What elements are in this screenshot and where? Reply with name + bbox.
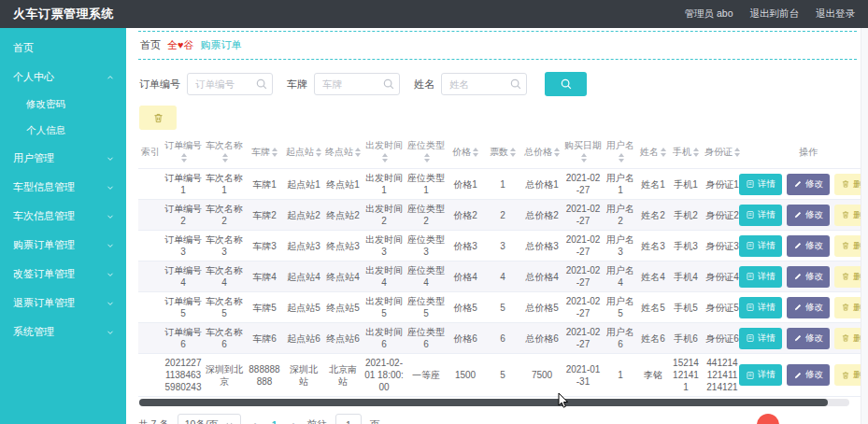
pencil-icon <box>793 179 803 189</box>
column-header-label: 用户名 <box>606 140 634 150</box>
sidebar-item-4[interactable]: 车型信息管理 <box>0 173 126 202</box>
edit-button[interactable]: 修改 <box>787 364 830 386</box>
exit-to-front-link[interactable]: 退出到前台 <box>750 7 800 21</box>
sort-carets-icon[interactable] <box>355 148 361 157</box>
sort-carets-icon[interactable] <box>734 148 740 157</box>
breadcrumb-home[interactable]: 首页 <box>140 38 161 52</box>
detail-button[interactable]: 详情 <box>739 297 782 318</box>
table-cell: 手机4 <box>669 261 703 292</box>
column-header[interactable]: 起点站 <box>284 134 323 169</box>
edit-button[interactable]: 修改 <box>787 297 830 318</box>
page-number-button[interactable]: 1 <box>268 419 281 424</box>
prev-page-button[interactable]: ‹ <box>249 417 259 424</box>
logout-link[interactable]: 退出登录 <box>816 7 855 21</box>
column-header[interactable]: 车牌 <box>245 134 284 169</box>
vertical-scrollbar-track[interactable] <box>861 28 868 424</box>
column-header[interactable]: 姓名 <box>637 134 669 169</box>
column-header[interactable]: 座位类型 <box>406 134 447 169</box>
table-cell: 姓名3 <box>637 231 669 261</box>
next-page-button[interactable]: › <box>289 417 298 424</box>
column-header-label: 手机 <box>673 147 691 157</box>
search-filter-bar: 订单编号车牌姓名 <box>139 72 857 96</box>
sort-carets-icon[interactable] <box>554 148 560 157</box>
column-header[interactable]: 购买日期 <box>562 134 604 169</box>
table-cell: 姓名1 <box>637 169 669 200</box>
filter-label: 姓名 <box>414 78 434 92</box>
table-cell: 身份证6 <box>703 323 742 354</box>
sort-carets-icon[interactable] <box>581 153 587 163</box>
edit-button[interactable]: 修改 <box>787 205 830 226</box>
table-cell: 起点站2 <box>284 200 323 231</box>
sort-carets-icon[interactable] <box>222 153 228 163</box>
column-header[interactable]: 价格 <box>447 134 484 169</box>
detail-button[interactable]: 详情 <box>739 235 782 257</box>
sort-carets-icon[interactable] <box>510 148 516 157</box>
table-cell: 终点站3 <box>323 231 363 261</box>
table-cell: 2 <box>484 200 521 231</box>
sidebar-subitem[interactable]: 个人信息 <box>0 118 126 144</box>
horizontal-scrollbar-track[interactable] <box>139 399 849 406</box>
column-header[interactable]: 用户名 <box>604 134 637 169</box>
sidebar-item-3[interactable]: 用户管理 <box>0 144 126 173</box>
pencil-icon <box>793 272 803 281</box>
sort-carets-icon[interactable] <box>272 148 277 157</box>
column-header[interactable]: 订单编号 <box>163 134 204 169</box>
sidebar-item-9[interactable]: 系统管理 <box>0 318 126 346</box>
column-header[interactable]: 身份证 <box>703 134 742 169</box>
table-cell: 手机5 <box>669 292 703 323</box>
column-header[interactable]: 票数 <box>484 134 521 169</box>
sidebar-subitem[interactable]: 修改密码 <box>0 92 126 118</box>
row-actions: 详情修改删除 <box>744 205 868 226</box>
batch-delete-button[interactable] <box>139 106 177 130</box>
column-header-label: 订单编号 <box>164 140 202 150</box>
detail-button[interactable]: 详情 <box>739 266 782 288</box>
table-cell <box>138 323 163 354</box>
column-header[interactable]: 总价格 <box>521 134 562 169</box>
sidebar-item-8[interactable]: 退票订单管理 <box>0 289 126 318</box>
document-icon <box>746 272 755 281</box>
sidebar-item-1[interactable]: 首页 <box>0 34 126 63</box>
goto-page-input[interactable] <box>335 414 362 424</box>
sort-carets-icon[interactable] <box>619 153 624 163</box>
detail-button[interactable]: 详情 <box>739 328 782 349</box>
column-header[interactable]: 终点站 <box>323 134 363 169</box>
column-header[interactable]: 车次名称 <box>204 134 245 169</box>
sidebar-item-label: 车型信息管理 <box>13 180 75 194</box>
detail-button[interactable]: 详情 <box>739 174 782 195</box>
edit-button[interactable]: 修改 <box>787 328 830 349</box>
page-size-select[interactable]: 10条/页 <box>178 414 242 424</box>
chevron-down-icon <box>106 154 115 163</box>
edit-button[interactable]: 修改 <box>787 266 830 288</box>
sidebar-item-6[interactable]: 购票订单管理 <box>0 231 126 260</box>
horizontal-scrollbar-thumb[interactable] <box>139 399 828 406</box>
chevron-down-icon <box>106 299 115 308</box>
sort-carets-icon[interactable] <box>316 148 321 157</box>
column-header[interactable]: 出发时间 <box>363 134 406 169</box>
column-header-label: 操作 <box>799 147 818 157</box>
sidebar-item-2[interactable]: 个人中心 <box>0 63 126 92</box>
pagination-total: 共 7 条 <box>138 418 169 424</box>
sort-carets-icon[interactable] <box>661 148 666 157</box>
detail-button[interactable]: 详情 <box>739 364 782 386</box>
sidebar-item-7[interactable]: 改签订单管理 <box>0 260 126 289</box>
edit-button[interactable]: 修改 <box>787 174 830 195</box>
sort-carets-icon[interactable] <box>424 153 430 163</box>
column-header[interactable]: 手机 <box>669 134 703 169</box>
table-cell: 车牌3 <box>245 231 284 261</box>
table-cell: 1500 <box>447 354 484 397</box>
edit-button[interactable]: 修改 <box>787 235 830 257</box>
table-cell: 订单编号6 <box>163 323 204 354</box>
sidebar-item-5[interactable]: 车次信息管理 <box>0 202 126 231</box>
sort-carets-icon[interactable] <box>473 148 478 157</box>
table-cell: 车次名称1 <box>204 169 245 200</box>
sort-carets-icon[interactable] <box>382 153 388 163</box>
search-button[interactable] <box>545 72 587 96</box>
sort-carets-icon[interactable] <box>693 148 699 157</box>
trash-icon <box>841 333 850 343</box>
detail-button[interactable]: 详情 <box>739 205 782 226</box>
table-cell: 5 <box>484 354 521 397</box>
breadcrumb-current[interactable]: 购票订单 <box>201 38 242 52</box>
sort-carets-icon[interactable] <box>181 153 187 163</box>
table-cell: 价格2 <box>447 200 484 231</box>
column-header-label: 总价格 <box>524 147 552 157</box>
